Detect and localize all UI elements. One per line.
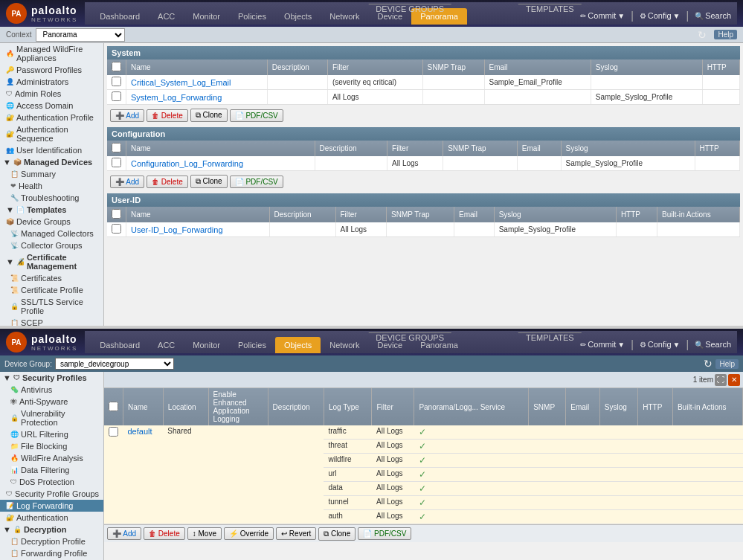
sidebar-item-user-id[interactable]: 👥 User Identification (0, 144, 103, 156)
sidebar-item-templates[interactable]: ▼ 📄 Templates (0, 204, 103, 216)
bottom-tab-monitor[interactable]: Monitor (184, 337, 229, 353)
row-name-link[interactable]: System_Log_Forwarding (131, 93, 222, 102)
auth-seq-icon: 🔐 (6, 130, 14, 138)
sidebar-item-auth-profile[interactable]: 🔐 Authentication Profile (0, 112, 103, 123)
select-all-system[interactable] (112, 62, 121, 71)
sidebar-item-summary[interactable]: 📋 Summary (0, 168, 103, 180)
lf-move-btn[interactable]: ↕ Move (187, 527, 222, 540)
sidebar-item-admin[interactable]: 👤 Administrators (0, 76, 103, 88)
sidebar-item-collector-groups[interactable]: 📡 Collector Groups (0, 239, 103, 251)
lf-clone-btn[interactable]: ⧉ Clone (318, 527, 356, 541)
lf-select-all[interactable] (109, 402, 118, 411)
context-select[interactable]: Panorama (36, 28, 125, 42)
sidebar-item-access[interactable]: 🌐 Access Domain (0, 100, 103, 112)
tab-policies[interactable]: Policies (229, 8, 275, 25)
bottom-tab-objects[interactable]: Objects (275, 337, 321, 353)
sidebar-decryption[interactable]: ▼ 🔓 Decryption (0, 524, 103, 535)
bottom-commit-button[interactable]: ✏ Commit ▼ (580, 340, 625, 349)
pdf-config-btn[interactable]: 📄 PDF/CSV (230, 176, 283, 188)
bottom-config-button[interactable]: ⚙ Config ▼ (640, 340, 681, 349)
config-row-name[interactable]: Configuration_Log_Forwarding (131, 159, 243, 168)
refresh-button[interactable]: ↻ (698, 29, 707, 41)
sidebar-forwarding-profile[interactable]: 📋 Forwarding Profile (0, 547, 103, 559)
add-system-btn[interactable]: ➕ Add (110, 109, 144, 122)
lf-override-btn[interactable]: ⚡ Override (224, 527, 274, 540)
bottom-tab-network[interactable]: Network (321, 337, 368, 353)
select-all-userid[interactable] (112, 209, 121, 219)
commit-button[interactable]: ✏ Commit ▼ (580, 11, 625, 20)
sidebar-item-scep[interactable]: 📋 SCEP (0, 317, 103, 326)
help-button[interactable]: Help (714, 30, 737, 39)
sidebar-item-password[interactable]: 🔑 Password Profiles (0, 64, 103, 76)
row-check[interactable] (112, 158, 121, 167)
sidebar-decryption-profile[interactable]: 📋 Decryption Profile (0, 535, 103, 547)
bottom-tab-acc[interactable]: ACC (149, 337, 184, 353)
lf-delete-btn[interactable]: 🗑 Delete (144, 527, 185, 540)
table-row[interactable]: Configuration_Log_Forwarding All Logs Sa… (107, 156, 740, 171)
table-row[interactable]: System_Log_Forwarding All Logs Sample_Sy… (107, 90, 740, 105)
bottom-search-button[interactable]: 🔍 Search (695, 340, 731, 349)
clone-system-btn[interactable]: ⧉ Clone (190, 109, 228, 122)
sidebar-security-profile-groups[interactable]: 🛡 Security Profile Groups (0, 488, 103, 500)
lf-name-link[interactable]: default (128, 427, 152, 436)
sidebar-item-auth-seq[interactable]: 🔐 Authentication Sequence (0, 123, 103, 144)
sidebar-log-forwarding[interactable]: 📝 Log Forwarding (0, 500, 103, 512)
sidebar-item-cert-mgmt[interactable]: ▼ 🔏 Certificate Management (0, 251, 103, 272)
lf-th-location: Location (163, 388, 208, 425)
sidebar-security-profiles[interactable]: ▼ 🛡 Security Profiles (0, 372, 103, 384)
sidebar-item-ssl-tls[interactable]: 🔒 SSL/TLS Service Profile (0, 296, 103, 317)
config-button[interactable]: ⚙ Config ▼ (640, 11, 681, 20)
sidebar-wildfire[interactable]: 🔥 WildFire Analysis (0, 452, 103, 464)
row-check[interactable] (112, 91, 121, 101)
sidebar-url-filtering[interactable]: 🌐 URL Filtering (0, 428, 103, 440)
lf-row-check[interactable] (109, 427, 118, 437)
bottom-refresh-btn[interactable]: ↻ (704, 358, 713, 370)
sidebar-managed-devices[interactable]: ▼ 📦 Managed Devices (0, 156, 103, 168)
delete-config-btn[interactable]: 🗑 Delete (147, 176, 188, 188)
select-all-config[interactable] (112, 143, 121, 152)
sidebar-antivirus[interactable]: 🦠 Antivirus (0, 384, 103, 396)
sidebar-dos-protection[interactable]: 🛡 DoS Protection (0, 476, 103, 488)
sidebar-item-certs[interactable]: 📜 Certificates (0, 272, 103, 284)
sidebar-item-device-groups[interactable]: 📦 Device Groups (0, 216, 103, 228)
userid-section: User-ID Name Description Filter SNMP Tra… (107, 193, 740, 237)
item-count: 1 item (693, 376, 713, 384)
delete-system-btn[interactable]: 🗑 Delete (147, 109, 188, 122)
bottom-tab-policies[interactable]: Policies (229, 337, 275, 353)
tab-objects[interactable]: Objects (275, 8, 321, 25)
tab-dashboard[interactable]: Dashboard (91, 8, 149, 25)
sidebar-item-wildfire[interactable]: 🔥 Managed WildFire Appliances (0, 43, 103, 64)
tab-acc[interactable]: ACC (149, 8, 184, 25)
sidebar-authentication[interactable]: 🔐 Authentication (0, 512, 103, 524)
lf-pdf-btn[interactable]: 📄 PDF/CSV (358, 527, 411, 540)
bottom-tab-dashboard[interactable]: Dashboard (91, 337, 149, 353)
tab-network[interactable]: Network (321, 8, 368, 25)
sidebar-anti-spyware[interactable]: 🕷 Anti-Spyware (0, 396, 103, 408)
expand-btn[interactable]: ⛶ (715, 374, 727, 386)
row-check[interactable] (112, 77, 121, 86)
table-row[interactable]: User-ID_Log_Forwarding All Logs Sample_S… (107, 222, 740, 237)
sidebar-data-filtering[interactable]: 📊 Data Filtering (0, 464, 103, 476)
sidebar-item-health[interactable]: ❤ Health (0, 180, 103, 192)
collapse-btn[interactable]: ✕ (728, 374, 740, 386)
bottom-help-btn[interactable]: Help (715, 359, 739, 369)
table-row[interactable]: default Shared traffic All Logs ✓ (104, 425, 743, 440)
lf-add-btn[interactable]: ➕ Add (107, 527, 141, 540)
sidebar-file-blocking[interactable]: 📁 File Blocking (0, 440, 103, 452)
tab-monitor[interactable]: Monitor (184, 8, 229, 25)
row-check[interactable] (112, 224, 121, 234)
sidebar-vuln-protection[interactable]: 🔒 Vulnerability Protection (0, 408, 103, 428)
sidebar-item-roles[interactable]: 🛡 Admin Roles (0, 88, 103, 100)
userid-row-name[interactable]: User-ID_Log_Forwarding (131, 225, 223, 234)
device-group-select[interactable]: sample_devicegroup (55, 358, 174, 370)
lf-revert-btn[interactable]: ↩ Revert (276, 527, 316, 540)
row-name-link[interactable]: Critical_System_Log_Email (131, 78, 231, 87)
clone-config-btn[interactable]: ⧉ Clone (190, 175, 228, 188)
sidebar-item-troubleshoot[interactable]: 🔧 Troubleshooting (0, 192, 103, 204)
sidebar-item-collectors[interactable]: 📡 Managed Collectors (0, 228, 103, 239)
pdf-system-btn[interactable]: 📄 PDF/CSV (230, 109, 283, 122)
search-button[interactable]: 🔍 Search (695, 11, 731, 20)
add-config-btn[interactable]: ➕ Add (110, 176, 144, 188)
table-row[interactable]: Critical_System_Log_Email (severity eq c… (107, 75, 740, 90)
sidebar-item-cert-profile[interactable]: 📜 Certificate Profile (0, 284, 103, 296)
